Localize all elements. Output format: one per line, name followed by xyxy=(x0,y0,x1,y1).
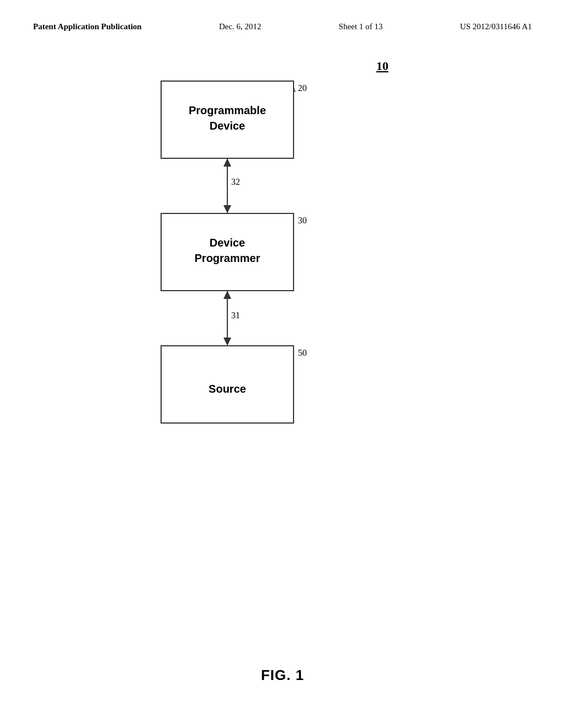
figure-ref-label: 10 xyxy=(376,59,388,73)
device-programmer-label-line1: Device xyxy=(210,237,246,249)
ref-32: 32 xyxy=(231,177,240,186)
programmable-device-label-line2: Device xyxy=(210,120,246,132)
source-label: Source xyxy=(209,383,246,395)
arrow-31-up-head xyxy=(223,291,231,299)
programmable-device-label-line1: Programmable xyxy=(189,104,266,116)
ref-50: 50 xyxy=(298,348,307,357)
ref-31: 31 xyxy=(231,311,240,320)
ref-20: 20 xyxy=(298,83,307,93)
figure-caption: FIG. 1 xyxy=(261,667,304,684)
page-container: Patent Application Publication Dec. 6, 2… xyxy=(0,0,565,728)
arrow-32-up-head xyxy=(223,158,231,167)
publication-date: Dec. 6, 2012 xyxy=(219,22,262,31)
patent-number: US 2012/0311646 A1 xyxy=(460,22,532,31)
sheet-info: Sheet 1 of 13 xyxy=(339,22,383,31)
arrow-31-down-head xyxy=(223,338,231,346)
diagram-svg: 10 Programmable Device 20 32 Device Prog… xyxy=(89,48,476,544)
arrow-32-down-head xyxy=(223,205,231,213)
device-programmer-label-line2: Programmer xyxy=(195,252,260,264)
publication-label: Patent Application Publication xyxy=(33,22,142,31)
page-header: Patent Application Publication Dec. 6, 2… xyxy=(0,0,565,42)
ref-30: 30 xyxy=(298,216,307,225)
